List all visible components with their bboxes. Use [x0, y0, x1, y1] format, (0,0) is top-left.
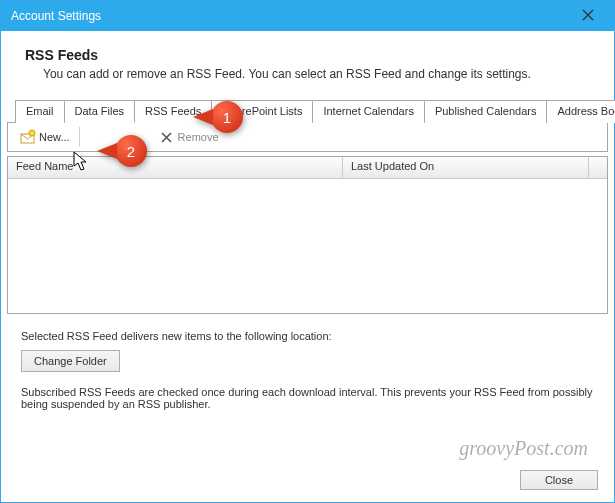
watermark: groovyPost.com: [459, 437, 588, 460]
tab-published-calendars[interactable]: Published Calendars: [424, 100, 548, 123]
tab-data-files[interactable]: Data Files: [64, 100, 136, 123]
window-close-button[interactable]: [568, 1, 608, 31]
annotation-callout-1: 1: [211, 101, 243, 133]
tab-email[interactable]: Email: [15, 100, 65, 123]
footer-note: Subscribed RSS Feeds are checked once du…: [21, 386, 594, 410]
tab-address-books[interactable]: Address Books: [546, 100, 615, 123]
window-title: Account Settings: [11, 9, 568, 23]
new-button-label: New...: [39, 131, 70, 143]
dialog-buttons: Close: [1, 458, 614, 502]
tab-internet-calendars[interactable]: Internet Calendars: [312, 100, 425, 123]
remove-icon: [159, 129, 175, 145]
close-button[interactable]: Close: [520, 470, 598, 490]
change-folder-label: Change Folder: [34, 355, 107, 367]
col-feed-name[interactable]: Feed Name: [8, 157, 343, 178]
table-header: Feed Name Last Updated On: [8, 157, 607, 179]
change-folder-button[interactable]: Change Folder: [21, 350, 120, 372]
annotation-callout-2: 2: [115, 135, 147, 167]
col-spacer: [589, 157, 607, 178]
svg-point-1: [29, 130, 35, 136]
remove-button-label: Remove: [178, 131, 219, 143]
page-subtitle: You can add or remove an RSS Feed. You c…: [43, 67, 590, 81]
new-icon: [20, 129, 36, 145]
page-heading: RSS Feeds: [25, 47, 590, 63]
feeds-table: Feed Name Last Updated On: [7, 156, 608, 314]
account-settings-window: Account Settings RSS Feeds You can add o…: [0, 0, 615, 503]
title-bar[interactable]: Account Settings: [1, 1, 614, 31]
close-icon: [582, 8, 594, 24]
table-body[interactable]: [8, 179, 607, 313]
close-button-label: Close: [545, 474, 573, 486]
col-last-updated[interactable]: Last Updated On: [343, 157, 589, 178]
location-text: Selected RSS Feed delivers new items to …: [21, 330, 594, 342]
toolbar-separator: [79, 127, 80, 147]
page-header: RSS Feeds You can add or remove an RSS F…: [1, 31, 614, 99]
remove-button[interactable]: Remove: [153, 127, 225, 147]
tab-strip: Email Data Files RSS Feeds SharePoint Li…: [7, 99, 608, 123]
new-button[interactable]: New...: [14, 127, 76, 147]
